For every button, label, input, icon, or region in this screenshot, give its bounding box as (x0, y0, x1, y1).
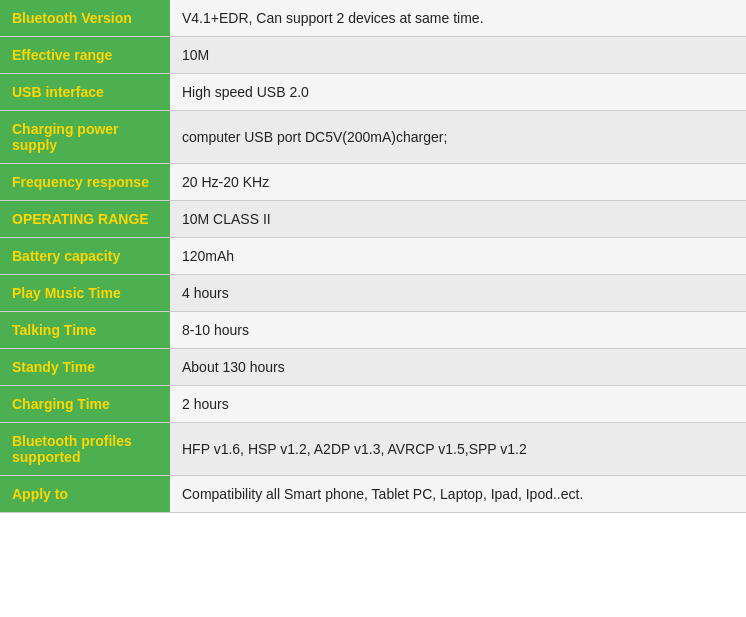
value-standy-time: About 130 hours (170, 349, 746, 386)
table-row: Battery capacity120mAh (0, 238, 746, 275)
value-charging-power-supply: computer USB port DC5V(200mA)charger; (170, 111, 746, 164)
value-talking-time: 8-10 hours (170, 312, 746, 349)
label-bluetooth-profiles: Bluetooth profiles supported (0, 423, 170, 476)
table-row: Talking Time8-10 hours (0, 312, 746, 349)
value-usb-interface: High speed USB 2.0 (170, 74, 746, 111)
label-standy-time: Standy Time (0, 349, 170, 386)
value-effective-range: 10M (170, 37, 746, 74)
label-play-music-time: Play Music Time (0, 275, 170, 312)
value-bluetooth-version: V4.1+EDR, Can support 2 devices at same … (170, 0, 746, 37)
label-usb-interface: USB interface (0, 74, 170, 111)
label-charging-power-supply: Charging power supply (0, 111, 170, 164)
value-apply-to: Compatibility all Smart phone, Tablet PC… (170, 476, 746, 513)
value-operating-range: 10M CLASS II (170, 201, 746, 238)
label-apply-to: Apply to (0, 476, 170, 513)
table-row: Play Music Time4 hours (0, 275, 746, 312)
label-battery-capacity: Battery capacity (0, 238, 170, 275)
table-row: Charging power supplycomputer USB port D… (0, 111, 746, 164)
label-frequency-response: Frequency response (0, 164, 170, 201)
value-battery-capacity: 120mAh (170, 238, 746, 275)
table-row: Apply toCompatibility all Smart phone, T… (0, 476, 746, 513)
label-bluetooth-version: Bluetooth Version (0, 0, 170, 37)
table-row: OPERATING RANGE10M CLASS II (0, 201, 746, 238)
table-row: Frequency response20 Hz-20 KHz (0, 164, 746, 201)
label-operating-range: OPERATING RANGE (0, 201, 170, 238)
label-charging-time: Charging Time (0, 386, 170, 423)
label-talking-time: Talking Time (0, 312, 170, 349)
value-play-music-time: 4 hours (170, 275, 746, 312)
table-row: USB interfaceHigh speed USB 2.0 (0, 74, 746, 111)
specs-table: Bluetooth VersionV4.1+EDR, Can support 2… (0, 0, 746, 513)
value-charging-time: 2 hours (170, 386, 746, 423)
value-bluetooth-profiles: HFP v1.6, HSP v1.2, A2DP v1.3, AVRCP v1.… (170, 423, 746, 476)
table-row: Standy TimeAbout 130 hours (0, 349, 746, 386)
label-effective-range: Effective range (0, 37, 170, 74)
table-row: Bluetooth VersionV4.1+EDR, Can support 2… (0, 0, 746, 37)
table-row: Bluetooth profiles supportedHFP v1.6, HS… (0, 423, 746, 476)
table-row: Effective range10M (0, 37, 746, 74)
value-frequency-response: 20 Hz-20 KHz (170, 164, 746, 201)
table-row: Charging Time2 hours (0, 386, 746, 423)
